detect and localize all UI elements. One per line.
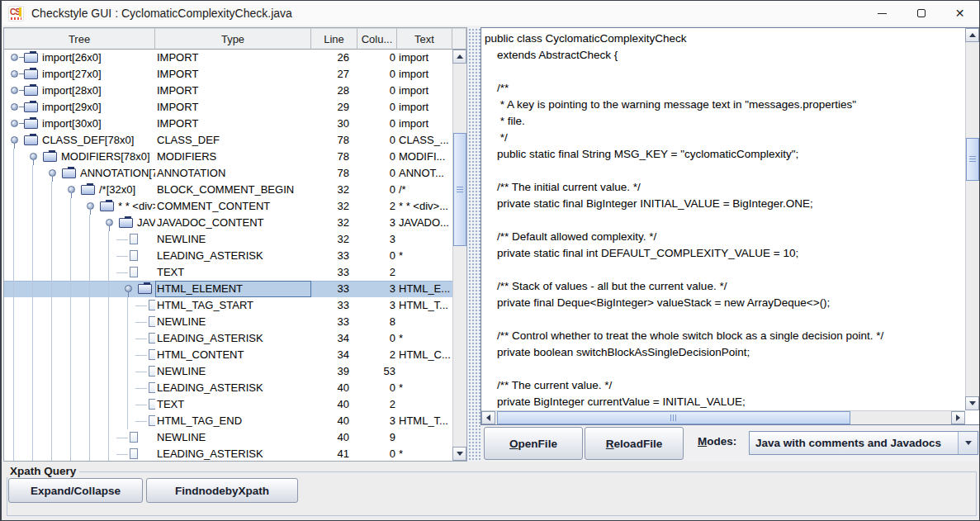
tree-guide-line	[89, 231, 90, 248]
collapse-handle-icon[interactable]	[106, 219, 113, 226]
split-pane-divider[interactable]	[467, 27, 481, 462]
tree-table-row[interactable]: * * <div>...COMMENT_CONTENT322* * <div>.…	[4, 198, 452, 215]
column-cell: 2	[357, 264, 397, 281]
tree-table-row[interactable]: ANNOTATION[78x0]ANNOTATION780ANNOT...	[4, 165, 452, 182]
expand-handle-icon[interactable]	[11, 87, 18, 94]
tree-table-row[interactable]: MODIFIERS[78x0]MODIFIERS780MODIFI...	[4, 149, 452, 165]
tree-table-row[interactable]: TEXT332	[4, 264, 452, 281]
column-header-type[interactable]: Type	[155, 28, 311, 50]
tree-table-row[interactable]: NEWLINE338	[4, 314, 452, 330]
combo-arrow-button[interactable]	[958, 432, 978, 454]
collapse-handle-icon[interactable]	[87, 202, 94, 210]
tree-table-row[interactable]: HTML_CONTENT342HTML_C...	[4, 347, 452, 363]
scroll-up-button[interactable]	[965, 28, 979, 42]
tree-guide-line	[108, 248, 109, 264]
expand-handle-icon[interactable]	[11, 70, 18, 78]
xpath-query-panel: Xpath Query Expand/Collapse Find node by…	[2, 462, 980, 521]
line-cell: 33	[311, 264, 357, 281]
scroll-track[interactable]	[452, 64, 466, 447]
text-cell	[397, 264, 452, 281]
tree-node-cell: CLASS_DEF[78x0]	[4, 132, 155, 149]
tree-table-row[interactable]: NEWLINE3953	[4, 363, 452, 380]
source-code-text[interactable]: public class CyclomaticComplexityCheck e…	[481, 28, 965, 410]
tree-table-row[interactable]: import[28x0]IMPORT280import	[4, 83, 452, 99]
tree-table-row[interactable]: JAVADOC_CONTENTJAVADOC_CONTENT323JAVADO.…	[4, 215, 452, 231]
collapse-handle-icon[interactable]	[49, 169, 56, 177]
triangle-up-icon	[457, 54, 463, 59]
open-file-button[interactable]: Open File	[484, 427, 583, 460]
scroll-down-button[interactable]	[965, 396, 979, 410]
reload-file-button[interactable]: Reload File	[585, 427, 684, 460]
minimize-button[interactable]	[863, 1, 902, 26]
tree-node-label: import[26x0]	[42, 50, 102, 66]
tree-table-row[interactable]: /*[32x0]BLOCK_COMMENT_BEGIN320/*	[4, 182, 452, 198]
close-button[interactable]: ✕	[940, 1, 979, 26]
type-cell: HTML_CONTENT	[155, 347, 311, 363]
scroll-track[interactable]	[965, 42, 979, 396]
scroll-thumb[interactable]	[497, 411, 850, 424]
modes-combobox[interactable]: Java with comments and Javadocs	[749, 431, 978, 455]
tree-guide-line	[32, 281, 33, 297]
column-header-line[interactable]: Line	[311, 28, 357, 50]
tree-guide-line	[32, 347, 33, 363]
expand-handle-icon[interactable]	[11, 103, 18, 111]
scroll-right-button[interactable]	[951, 411, 965, 424]
tree-table-row[interactable]: NEWLINE409	[4, 429, 452, 446]
tree-guide-line	[13, 264, 14, 281]
expand-handle-icon[interactable]	[11, 120, 18, 127]
code-horizontal-scrollbar[interactable]	[481, 410, 965, 424]
tree-table-row[interactable]: CLASS_DEF[78x0]CLASS_DEF780CLASS_...	[4, 132, 452, 149]
find-node-by-xpath-button[interactable]: Find node by Xpath	[146, 478, 298, 503]
tree-table-row[interactable]: LEADING_ASTERISK330*	[4, 248, 452, 264]
column-header-tree[interactable]: Tree	[4, 28, 155, 50]
maximize-icon	[917, 9, 926, 17]
tree-table-row[interactable]: LEADING_ASTERISK340*	[4, 330, 452, 347]
tree-guide-line	[32, 231, 33, 248]
line-cell: 28	[311, 83, 357, 99]
tree-table-row[interactable]: import[30x0]IMPORT300import	[4, 116, 452, 132]
line-cell: 33	[311, 314, 357, 330]
scroll-down-button[interactable]	[452, 447, 466, 461]
tree-table-row[interactable]: HTML_TAG_START333HTML_T...	[4, 297, 452, 314]
tree-table-row[interactable]: LEADING_ASTERISK410*	[4, 446, 452, 461]
tree-table-row[interactable]: TEXT402	[4, 396, 452, 413]
tree-guide-line	[89, 413, 90, 429]
tree-node-cell	[4, 380, 155, 396]
tree-guide-line	[108, 380, 109, 396]
tree-table-row[interactable]: HTML_ELEMENT333HTML_E...	[4, 281, 452, 297]
tree-guide-line	[89, 297, 90, 314]
scroll-up-button[interactable]	[452, 50, 466, 64]
tree-table-row[interactable]: NEWLINE323	[4, 231, 452, 248]
tree-table-row[interactable]: import[27x0]IMPORT270import	[4, 66, 452, 83]
tree-guide-line	[51, 380, 52, 396]
column-header-colu[interactable]: Colu...	[357, 28, 397, 50]
tree-node-cell	[4, 231, 155, 248]
collapse-handle-icon[interactable]	[125, 285, 132, 292]
collapse-handle-icon[interactable]	[11, 136, 18, 144]
tree-guide-line	[127, 314, 128, 330]
code-vertical-scrollbar[interactable]	[965, 28, 979, 410]
scroll-thumb[interactable]	[453, 133, 466, 246]
tree-guide-line	[108, 314, 109, 330]
column-cell: 0	[357, 380, 397, 396]
expand-collapse-button[interactable]: Expand/Collapse	[8, 478, 143, 503]
maximize-button[interactable]	[902, 1, 940, 26]
folder-icon	[138, 284, 152, 294]
leaf-icon	[149, 382, 155, 393]
tree-node-label: import[27x0]	[42, 66, 102, 83]
expand-handle-icon[interactable]	[11, 54, 18, 61]
tree-table-row[interactable]: HTML_TAG_END403HTML_T...	[4, 413, 452, 429]
tree-table-row[interactable]: import[29x0]IMPORT290import	[4, 99, 452, 116]
source-panel: public class CyclomaticComplexityCheck e…	[481, 27, 980, 462]
code-line: */	[485, 130, 965, 146]
type-cell: IMPORT	[155, 99, 311, 116]
collapse-handle-icon[interactable]	[30, 153, 37, 160]
tree-table-row[interactable]: LEADING_ASTERISK400*	[4, 380, 452, 396]
scroll-left-button[interactable]	[481, 411, 495, 424]
collapse-handle-icon[interactable]	[68, 186, 75, 193]
tree-table-row[interactable]: import[26x0]IMPORT260import	[4, 50, 452, 66]
scroll-thumb[interactable]	[966, 138, 979, 181]
folder-icon	[100, 201, 114, 211]
column-header-text[interactable]: Text	[397, 28, 452, 50]
text-cell: * * <div>...	[397, 198, 452, 215]
